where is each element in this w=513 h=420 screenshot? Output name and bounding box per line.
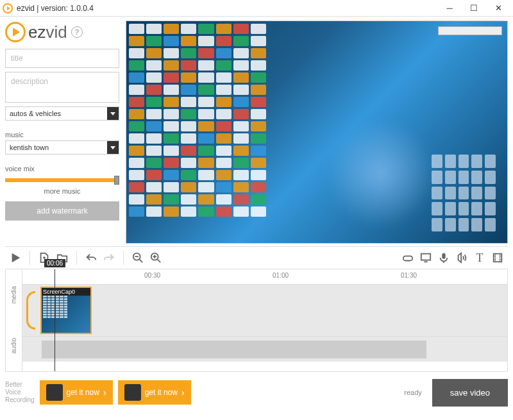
music-value: kentish town bbox=[10, 144, 49, 151]
minimize-button[interactable]: ─ bbox=[437, 1, 462, 16]
clip-label: ScreenCap0 bbox=[42, 288, 90, 296]
preview-window bbox=[438, 26, 502, 35]
help-icon[interactable]: ? bbox=[71, 26, 83, 38]
screen-icon[interactable] bbox=[418, 250, 433, 265]
microphone-icon[interactable] bbox=[436, 250, 451, 265]
title-input[interactable]: title bbox=[5, 49, 119, 68]
add-watermark-button[interactable]: add watermark bbox=[5, 201, 119, 221]
footer-caption: Better Voice Recording bbox=[5, 381, 35, 404]
film-icon[interactable] bbox=[490, 250, 505, 265]
svg-rect-3 bbox=[421, 254, 430, 260]
svg-rect-5 bbox=[494, 254, 502, 262]
left-panel: ezvid ? title description autos & vehicl… bbox=[5, 21, 119, 244]
close-button[interactable]: ✕ bbox=[486, 1, 510, 16]
chevron-down-icon bbox=[107, 107, 119, 120]
get-it-now-2[interactable]: get it now› bbox=[118, 380, 191, 405]
time-mark: 01:30 bbox=[401, 272, 417, 279]
desktop-icons-right bbox=[432, 155, 496, 231]
video-preview bbox=[126, 21, 508, 244]
playhead[interactable]: 00:06 bbox=[55, 269, 55, 371]
audio-waveform bbox=[42, 340, 426, 358]
mic-promo-icon bbox=[46, 384, 63, 401]
more-music-link[interactable]: more music bbox=[5, 187, 119, 195]
desktop-icons bbox=[129, 24, 266, 237]
logo-text: ezvid bbox=[28, 22, 67, 42]
redo-button[interactable] bbox=[101, 250, 117, 265]
logo: ezvid ? bbox=[5, 21, 119, 44]
zoom-out-button[interactable] bbox=[130, 250, 146, 265]
audio-track[interactable] bbox=[22, 336, 507, 362]
text-icon[interactable]: T bbox=[472, 250, 487, 265]
undo-button[interactable] bbox=[83, 250, 99, 265]
window-title: ezvid | version: 1.0.0.4 bbox=[17, 4, 94, 13]
playhead-time: 00:06 bbox=[44, 259, 65, 267]
status-text: ready bbox=[404, 389, 422, 396]
time-mark: 01:00 bbox=[273, 272, 289, 279]
gamepad-icon[interactable] bbox=[400, 250, 416, 265]
media-track[interactable]: ScreenCap0 bbox=[22, 285, 507, 336]
audio-track-label: audio bbox=[6, 321, 22, 372]
timeline: media audio 00:30 01:00 01:30 ScreenCap0… bbox=[5, 269, 508, 372]
play-logo-icon bbox=[5, 22, 26, 42]
voice-icon[interactable] bbox=[454, 250, 469, 265]
chevron-down-icon bbox=[107, 141, 119, 154]
headphones-promo-icon bbox=[124, 384, 141, 401]
media-track-label: media bbox=[6, 269, 22, 321]
music-label: music bbox=[5, 131, 119, 139]
voicemix-slider[interactable] bbox=[5, 178, 119, 182]
app-icon bbox=[3, 3, 13, 13]
category-select[interactable]: autos & vehicles bbox=[5, 106, 119, 121]
save-video-button[interactable]: save video bbox=[432, 379, 508, 407]
footer: Better Voice Recording get it now› get i… bbox=[5, 376, 508, 409]
bracket-icon bbox=[26, 291, 35, 330]
slider-thumb[interactable] bbox=[114, 176, 119, 185]
svg-rect-4 bbox=[442, 253, 445, 259]
toolbar: T bbox=[5, 246, 508, 269]
description-input[interactable]: description bbox=[5, 72, 119, 103]
titlebar: ezvid | version: 1.0.0.4 ─ ☐ ✕ bbox=[0, 0, 513, 17]
time-ruler[interactable]: 00:30 01:00 01:30 bbox=[22, 269, 507, 285]
time-mark: 00:30 bbox=[144, 272, 160, 279]
media-clip[interactable]: ScreenCap0 bbox=[40, 287, 92, 334]
play-button[interactable] bbox=[8, 250, 23, 265]
svg-rect-2 bbox=[403, 256, 412, 260]
category-value: autos & vehicles bbox=[10, 110, 61, 117]
music-select[interactable]: kentish town bbox=[5, 140, 119, 155]
zoom-in-button[interactable] bbox=[148, 250, 164, 265]
get-it-now-1[interactable]: get it now› bbox=[40, 380, 113, 405]
maximize-button[interactable]: ☐ bbox=[462, 1, 486, 16]
voicemix-label: voice mix bbox=[5, 165, 119, 172]
